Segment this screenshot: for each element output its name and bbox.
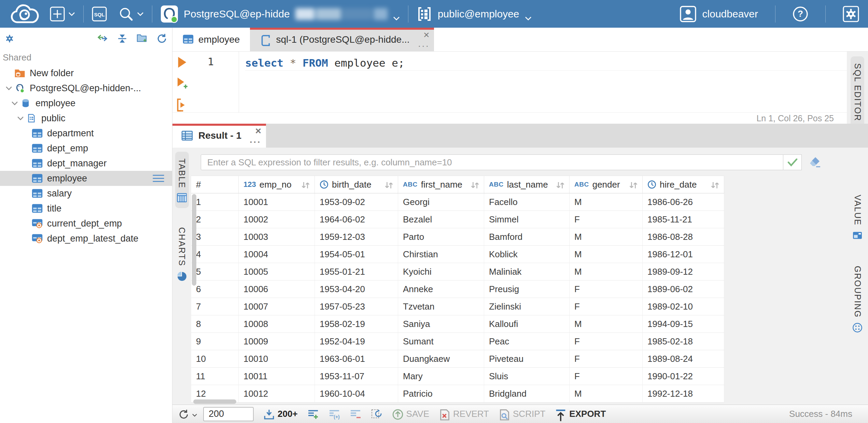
row-number-cell[interactable]: 3 bbox=[191, 228, 239, 245]
row-number-cell[interactable]: 9 bbox=[191, 333, 239, 350]
grid-cell[interactable]: Parto bbox=[398, 228, 484, 245]
expander-chevron-icon[interactable] bbox=[9, 99, 20, 107]
tree-item-public[interactable]: public bbox=[0, 111, 172, 126]
grid-cell[interactable]: 1989-09-12 bbox=[643, 263, 724, 280]
side-tab-grouping[interactable]: GROUPING bbox=[851, 259, 864, 338]
row-number-cell[interactable]: 1 bbox=[191, 193, 239, 210]
tree-item-New folder[interactable]: New folder bbox=[0, 66, 172, 81]
grid-cell[interactable]: 10004 bbox=[239, 246, 315, 263]
help-button[interactable]: ? bbox=[793, 6, 808, 22]
save-button[interactable]: SAVE bbox=[392, 409, 429, 420]
schema-selector[interactable]: public@employee bbox=[417, 6, 532, 22]
grid-cell[interactable]: 10007 bbox=[239, 298, 315, 315]
grid-cell[interactable]: M bbox=[570, 385, 643, 402]
grid-cell[interactable]: F bbox=[570, 368, 643, 385]
side-tab-charts[interactable]: CHARTS bbox=[175, 220, 189, 286]
tree-item-dept_manager[interactable]: dept_manager bbox=[0, 156, 172, 171]
grid-cell[interactable]: 10008 bbox=[239, 315, 315, 332]
grid-cell[interactable]: 1986-06-26 bbox=[643, 193, 724, 210]
grid-cell[interactable]: 1990-01-22 bbox=[643, 368, 724, 385]
refresh-results-button[interactable] bbox=[178, 409, 197, 420]
side-tab-value[interactable]: VALUE bbox=[851, 188, 864, 245]
grid-cell[interactable]: 1957-05-23 bbox=[315, 298, 398, 315]
row-number-cell[interactable]: 2 bbox=[191, 211, 239, 228]
row-number-cell[interactable]: 8 bbox=[191, 315, 239, 332]
grid-cell[interactable]: 1986-12-01 bbox=[643, 246, 724, 263]
grid-cell[interactable]: Sluis bbox=[484, 368, 570, 385]
execute-query-new-tab-button[interactable] bbox=[176, 77, 188, 89]
grid-cell[interactable]: Kyoichi bbox=[398, 263, 484, 280]
grid-cell[interactable]: 10011 bbox=[239, 368, 315, 385]
driver-manager-button[interactable] bbox=[118, 6, 144, 22]
grid-cell[interactable]: 1989-02-10 bbox=[643, 298, 724, 315]
tree-item-dept_emp_latest_date[interactable]: dept_emp_latest_date bbox=[0, 231, 172, 246]
column-header-gender[interactable]: ABCgender bbox=[570, 176, 643, 193]
grid-cell[interactable]: F bbox=[570, 298, 643, 315]
tree-item-employee[interactable]: employee bbox=[0, 171, 172, 186]
grid-cell[interactable]: 1989-08-24 bbox=[643, 350, 724, 367]
grid-cell[interactable]: 1952-04-19 bbox=[315, 333, 398, 350]
filter-input[interactable] bbox=[201, 154, 783, 170]
tree-item-PostgreSQL@ep-hidden-...[interactable]: PostgreSQL@ep-hidden-... bbox=[0, 81, 172, 96]
horizontal-scrollbar-thumb[interactable] bbox=[193, 399, 236, 404]
column-header-birth_date[interactable]: birth_date bbox=[315, 176, 398, 193]
link-with-editor-icon[interactable] bbox=[97, 33, 108, 43]
editor-tab-sql-1[interactable]: sql-1 (PostgreSQL@ep-hidde...×··· bbox=[250, 28, 434, 51]
grid-cell[interactable]: 1958-02-19 bbox=[315, 315, 398, 332]
refresh-icon[interactable] bbox=[156, 33, 167, 43]
tree-item-current_dept_emp[interactable]: current_dept_emp bbox=[0, 216, 172, 231]
script-button[interactable]: SCRIPT bbox=[499, 409, 545, 420]
grid-cell[interactable]: 1989-06-02 bbox=[643, 281, 724, 298]
grid-cell[interactable]: 10005 bbox=[239, 263, 315, 280]
column-header-emp_no[interactable]: 123emp_no bbox=[239, 176, 315, 193]
grid-cell[interactable]: Anneke bbox=[398, 281, 484, 298]
vertical-scrollbar-thumb[interactable] bbox=[192, 194, 196, 286]
row-number-cell[interactable]: 7 bbox=[191, 298, 239, 315]
grid-cell[interactable]: Peac bbox=[484, 333, 570, 350]
grid-cell[interactable]: 1994-09-15 bbox=[643, 315, 724, 332]
tree-item-title[interactable]: title bbox=[0, 201, 172, 216]
export-button[interactable]: EXPORT bbox=[555, 409, 606, 420]
open-sql-editor-button[interactable]: SQL bbox=[92, 6, 107, 22]
auto-refresh-button[interactable] bbox=[371, 409, 382, 420]
code-editor[interactable]: select * FROM employee e; bbox=[239, 52, 847, 112]
tab-menu-icon[interactable]: ··· bbox=[418, 41, 429, 51]
grid-cell[interactable]: 1985-02-18 bbox=[643, 333, 724, 350]
new-folder-icon[interactable] bbox=[137, 33, 148, 43]
row-number-cell[interactable]: 6 bbox=[191, 281, 239, 298]
column-header-last_name[interactable]: ABClast_name bbox=[484, 176, 570, 193]
grid-cell[interactable]: 1954-05-01 bbox=[315, 246, 398, 263]
apply-filter-button[interactable] bbox=[783, 154, 802, 170]
column-header-first_name[interactable]: ABCfirst_name bbox=[398, 176, 484, 193]
grid-cell[interactable]: 1953-11-07 bbox=[315, 368, 398, 385]
grid-cell[interactable]: Duangkaew bbox=[398, 350, 484, 367]
grid-cell[interactable]: Saniya bbox=[398, 315, 484, 332]
grid-cell[interactable]: Chirstian bbox=[398, 246, 484, 263]
grid-cell[interactable]: 1992-12-18 bbox=[643, 385, 724, 402]
row-limit-input[interactable] bbox=[203, 407, 254, 421]
grid-cell[interactable]: 1986-08-28 bbox=[643, 228, 724, 245]
grid-cell[interactable]: 1960-10-04 bbox=[315, 385, 398, 402]
grid-cell[interactable]: 1964-06-02 bbox=[315, 211, 398, 228]
grid-cell[interactable]: Kalloufi bbox=[484, 315, 570, 332]
grid-cell[interactable]: M bbox=[570, 246, 643, 263]
grid-cell[interactable]: Bridgland bbox=[484, 385, 570, 402]
grid-cell[interactable]: Patricio bbox=[398, 385, 484, 402]
grid-cell[interactable]: M bbox=[570, 263, 643, 280]
tab-menu-icon[interactable]: ··· bbox=[250, 137, 261, 147]
connection-selector[interactable]: PostgreSQL@ep-hidde bbox=[160, 5, 400, 23]
execute-query-button[interactable] bbox=[176, 56, 188, 68]
grid-cell[interactable]: 1985-11-21 bbox=[643, 211, 724, 228]
collapse-all-icon[interactable] bbox=[117, 33, 128, 43]
grid-cell[interactable]: 10003 bbox=[239, 228, 315, 245]
delete-row-button[interactable] bbox=[350, 409, 361, 420]
grid-cell[interactable]: Georgi bbox=[398, 193, 484, 210]
expander-chevron-icon[interactable] bbox=[15, 114, 26, 122]
grid-cell[interactable]: 1955-01-21 bbox=[315, 263, 398, 280]
clear-filter-icon[interactable] bbox=[809, 156, 822, 168]
close-icon[interactable]: × bbox=[423, 30, 430, 40]
column-header-rownum[interactable]: # bbox=[191, 176, 239, 193]
grid-cell[interactable]: M bbox=[570, 228, 643, 245]
row-number-cell[interactable]: 5 bbox=[191, 263, 239, 280]
revert-button[interactable]: REVERT bbox=[439, 409, 489, 420]
